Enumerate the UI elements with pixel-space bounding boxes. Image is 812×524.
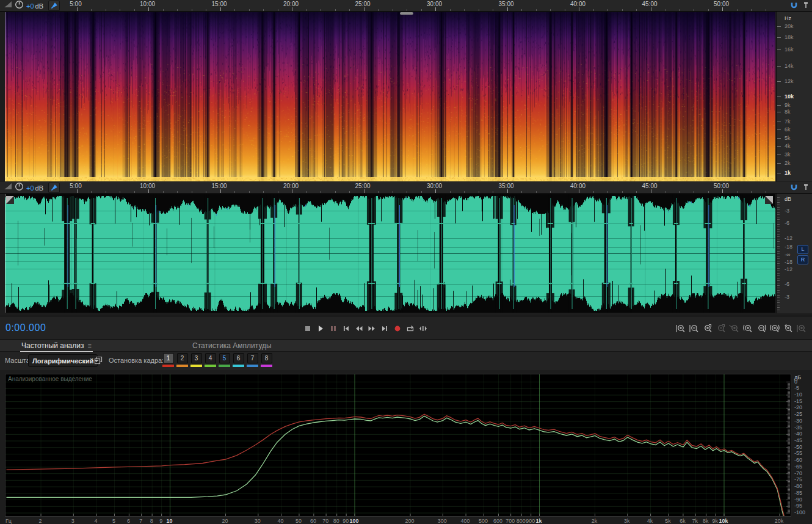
clock-knob-icon[interactable]	[15, 182, 24, 194]
ruler-tick	[722, 189, 723, 193]
frequency-axis-label: 5k	[665, 518, 671, 524]
overview-scrollbar-thumb[interactable]	[400, 12, 413, 15]
ruler-tick	[708, 9, 709, 11]
hold-button-8[interactable]: 8	[261, 353, 272, 367]
ruler-tick	[521, 9, 522, 11]
channel-badge-right[interactable]: R	[797, 255, 808, 264]
frequency-axis-label: 4k	[647, 518, 653, 524]
frequency-axis-label: 8	[150, 518, 153, 524]
hold-button-number: 1	[163, 353, 174, 363]
skip-to-end-button[interactable]	[379, 324, 391, 333]
pause-button[interactable]	[327, 324, 339, 333]
hold-button-2[interactable]: 2	[176, 353, 188, 367]
gain-value[interactable]: +0	[26, 2, 34, 10]
clock-knob-icon[interactable]	[15, 0, 24, 12]
tab-amplitude-statistics[interactable]: Статистика Амплитуды	[192, 340, 272, 351]
panel-menu-icon[interactable]: ≡	[87, 342, 91, 349]
analysis-tabbar: Частотный анализ ≡ Статистика Амплитуды	[0, 340, 812, 352]
ruler-tick	[450, 191, 451, 193]
hold-button-5[interactable]: 5	[219, 353, 230, 367]
timeline-ruler-waveform[interactable]: 5:0010:0015:0020:0025:0030:0035:0040:004…	[5, 182, 775, 193]
gain-value[interactable]: +0	[26, 184, 34, 192]
zoom-in-point-button[interactable]	[742, 323, 753, 333]
scale-tick	[777, 300, 780, 300]
ruler-tick	[234, 9, 235, 11]
playhead-spectrogram[interactable]	[5, 12, 5, 181]
play-button[interactable]	[314, 324, 327, 333]
rewind-button[interactable]	[353, 324, 365, 333]
scale-select[interactable]: Логарифмический	[28, 354, 98, 367]
zoom-out-time-button[interactable]	[689, 323, 700, 333]
hold-button-4[interactable]: 4	[205, 353, 216, 367]
hold-button-7[interactable]: 7	[247, 353, 258, 367]
scale-tick	[777, 26, 781, 27]
ruler-tick	[306, 191, 307, 193]
scale-tick	[777, 305, 780, 305]
record-button[interactable]	[391, 324, 404, 333]
ruler-tick	[722, 7, 723, 11]
zoom-reset-button[interactable]	[729, 323, 740, 333]
pin-icon[interactable]	[802, 1, 810, 12]
waveform-display[interactable]	[5, 194, 775, 313]
tab-frequency-analysis[interactable]: Частотный анализ ≡	[20, 340, 93, 352]
timeline-ruler-spectrogram[interactable]: 5:0010:0015:0020:0025:0030:0035:0040:004…	[5, 0, 775, 11]
ruler-tick	[77, 189, 78, 193]
stop-button[interactable]	[302, 324, 314, 333]
copy-graph-button[interactable]	[93, 355, 104, 366]
scale-tick	[777, 285, 780, 286]
scale-tick	[777, 163, 781, 164]
time-display[interactable]: 0:00.000	[5, 322, 46, 333]
fade-in-handle[interactable]	[6, 195, 14, 203]
pin-toggle-button[interactable]	[48, 1, 60, 11]
scale-tick	[777, 271, 780, 271]
skip-selection-button[interactable]	[417, 324, 429, 333]
frequency-axis-label: 4	[95, 518, 98, 524]
hold-button-6[interactable]: 6	[233, 353, 244, 367]
pin-toggle-button[interactable]	[48, 183, 60, 193]
zoom-out-point-button[interactable]	[756, 323, 767, 333]
hold-button-1[interactable]: 1	[162, 353, 174, 367]
ruler-tick	[737, 9, 738, 11]
hold-button-number: 3	[191, 353, 202, 363]
ruler-tick	[120, 191, 120, 193]
frequency-axis-label: 8k	[703, 518, 709, 524]
zoom-out-selection-button[interactable]	[716, 323, 727, 333]
pin-icon[interactable]	[802, 183, 810, 194]
frequency-analysis-plot	[5, 374, 791, 517]
frequency-scale-label: 2k	[785, 160, 791, 166]
ruler-tick	[651, 189, 651, 193]
ruler-tick	[407, 191, 407, 193]
zoom-full-button[interactable]	[796, 323, 807, 333]
magnet-icon[interactable]	[789, 183, 799, 194]
channel-badge-left[interactable]: L	[797, 245, 808, 254]
loop-playback-button[interactable]	[404, 324, 416, 333]
zoom-in-selection-button[interactable]	[702, 323, 713, 333]
ruler-tick	[651, 7, 651, 11]
ruler-time-label: 25:00	[355, 1, 370, 7]
frequency-axis-label: 70	[322, 518, 328, 524]
spectrogram-display[interactable]	[5, 12, 775, 181]
analyzed-selection-label: Анализированное выделение	[8, 376, 92, 382]
magnet-icon[interactable]	[789, 1, 799, 12]
scale-tick	[777, 263, 780, 264]
db-axis-label: -25	[794, 411, 802, 417]
frequency-axis-label: 90	[343, 518, 349, 524]
fade-out-handle[interactable]	[765, 195, 773, 203]
amplitude-scale-label: -18	[785, 259, 792, 265]
ruler-tick	[378, 191, 379, 193]
fast-forward-button[interactable]	[366, 324, 378, 333]
zoom-in-time-button[interactable]	[675, 323, 686, 333]
restore-zoom-button[interactable]	[783, 323, 794, 333]
zoom-selection-button[interactable]	[769, 323, 780, 333]
scale-tick	[777, 105, 781, 106]
ruler-tick	[421, 9, 422, 11]
hold-buttons: 12345678	[162, 353, 272, 367]
ruler-tick	[493, 9, 493, 11]
frequency-axis-label: 5	[112, 518, 115, 524]
hold-button-3[interactable]: 3	[190, 353, 202, 367]
hold-color-swatch	[205, 365, 216, 367]
frequency-axis-label: 40	[278, 518, 284, 524]
skip-to-start-button[interactable]	[340, 324, 352, 333]
playhead-waveform[interactable]	[5, 194, 5, 313]
db-axis-label: 0	[794, 379, 797, 385]
